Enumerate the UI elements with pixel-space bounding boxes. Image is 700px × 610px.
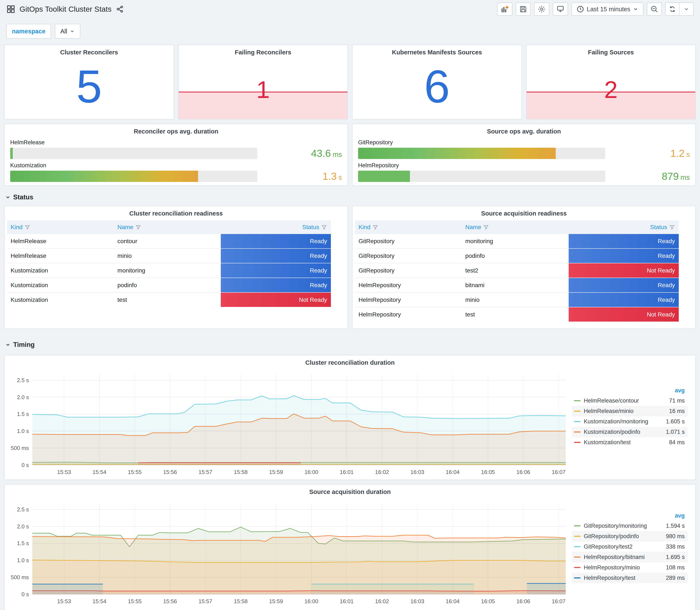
filter-funnel-icon[interactable] — [373, 224, 378, 230]
cell-kind: HelmRepository — [355, 278, 462, 292]
legend-avg-header[interactable]: avg — [572, 387, 688, 396]
time-range-picker[interactable]: Last 15 minutes — [571, 2, 644, 16]
legend-item[interactable]: HelmRelease/minio16 ms — [572, 406, 688, 416]
series-avg-value: 84 ms — [669, 439, 685, 446]
legend-item[interactable]: GitRepository/monitoring1.594 s — [572, 521, 688, 531]
panel-title: Failing Sources — [526, 45, 696, 56]
save-dashboard-button[interactable] — [516, 2, 531, 16]
series-avg-value: 108 ms — [666, 564, 685, 571]
svg-text:500 ms: 500 ms — [11, 445, 29, 451]
stat-panel-2: Kubernetes Manifests Sources6 — [352, 45, 522, 119]
legend-item[interactable]: GitRepository/test2338 ms — [572, 542, 688, 552]
series-avg-value: 16 ms — [669, 408, 685, 415]
filter-funnel-icon[interactable] — [135, 224, 141, 230]
svg-text:16:04: 16:04 — [446, 598, 460, 605]
svg-text:1.0 s: 1.0 s — [17, 428, 29, 434]
series-color-dash — [574, 421, 581, 422]
legend-item[interactable]: HelmRepository/minio108 ms — [572, 562, 688, 573]
section-header-timing[interactable]: Timing — [5, 339, 695, 351]
add-panel-button[interactable] — [497, 2, 512, 16]
cell-name: test — [114, 293, 221, 307]
refresh-interval-dropdown[interactable] — [679, 3, 693, 15]
column-header-kind[interactable]: Kind — [7, 220, 114, 234]
table-body: GitRepositorymonitoringReadyGitRepositor… — [355, 234, 679, 322]
gauge-value-number: 879 — [662, 171, 679, 182]
legend-item[interactable]: HelmRelease/contour71 ms — [572, 396, 688, 406]
svg-text:15:55: 15:55 — [128, 469, 142, 475]
readiness-tables-row: Cluster reconciliation readinessKindName… — [4, 206, 696, 329]
svg-text:16:03: 16:03 — [410, 469, 424, 475]
legend-item[interactable]: Kustomization/podinfo1.071 s — [572, 427, 688, 437]
series-name: HelmRelease/contour — [584, 398, 665, 404]
panel-title: Cluster reconciliation duration — [5, 355, 695, 366]
column-header-status[interactable]: Status — [569, 220, 679, 234]
svg-text:16:02: 16:02 — [375, 598, 389, 605]
cell-kind: GitRepository — [355, 249, 462, 263]
filter-funnel-icon[interactable] — [25, 224, 30, 230]
legend-item[interactable]: Kustomization/test84 ms — [572, 437, 688, 448]
stat-panel-3: Failing Sources2 — [526, 45, 696, 119]
legend-avg-header[interactable]: avg — [572, 512, 688, 521]
plot-svg: 0 s500 ms1.0 s1.5 s2.0 s2.5 s15:5315:541… — [9, 497, 570, 605]
legend-item[interactable]: GitRepository/podinfo980 ms — [572, 531, 688, 542]
variable-name-namespace[interactable]: namespace — [6, 24, 51, 39]
bar-gauge-panel-1: Source ops avg. durationGitRepository1.2… — [352, 124, 696, 186]
zoom-out-time-button[interactable] — [647, 2, 662, 16]
cell-status: Ready — [569, 293, 679, 307]
svg-text:16:01: 16:01 — [340, 598, 354, 605]
column-header-name[interactable]: Name — [462, 220, 569, 234]
gauge-value: 879ms — [662, 171, 690, 182]
column-header-label: Status — [303, 224, 319, 230]
svg-text:16:00: 16:00 — [305, 469, 318, 475]
panel-title: Source acquisition duration — [5, 485, 695, 495]
table-panel-0: Cluster reconciliation readinessKindName… — [4, 206, 348, 329]
panel-title: Kubernetes Manifests Sources — [353, 45, 521, 56]
apps-grid-icon[interactable] — [6, 5, 15, 14]
gauge-label: HelmRelease — [10, 139, 342, 146]
series-name: HelmRelease/minio — [584, 408, 665, 415]
panel-title: Reconciler ops avg. duration — [5, 124, 347, 135]
variable-value-dropdown[interactable]: All — [55, 24, 80, 39]
filter-funnel-icon[interactable] — [669, 224, 675, 230]
legend-item[interactable]: HelmRepository/test289 ms — [572, 573, 688, 583]
panel-title: Source acquisition readiness — [353, 206, 695, 217]
series-color-dash — [574, 546, 581, 547]
svg-text:15:54: 15:54 — [93, 469, 106, 475]
series-avg-value: 1.594 s — [666, 523, 685, 529]
gauge-value: 1.3s — [323, 171, 342, 182]
legend-item[interactable]: HelmRepository/bitnami1.695 s — [572, 552, 688, 562]
bar-gauge-row: Reconciler ops avg. durationHelmRelease4… — [4, 124, 696, 186]
series-name: Kustomization/monitoring — [584, 418, 662, 425]
bar-gauge-panel-0: Reconciler ops avg. durationHelmRelease4… — [4, 124, 348, 186]
share-icon[interactable] — [116, 5, 124, 13]
column-header-kind[interactable]: Kind — [355, 220, 462, 234]
filter-funnel-icon[interactable] — [321, 224, 327, 230]
cell-name: monitoring — [114, 263, 221, 277]
gauge-value-unit: s — [686, 150, 690, 159]
cell-name: contour — [114, 234, 221, 248]
cycle-view-mode-button[interactable] — [553, 2, 568, 16]
panel-source-acquisition-duration: Source acquisition duration 0 s500 ms1.0… — [4, 484, 696, 610]
timeseries-chart[interactable]: 0 s500 ms1.0 s1.5 s2.0 s2.5 s15:5315:541… — [9, 368, 570, 477]
filter-funnel-icon[interactable] — [483, 224, 489, 230]
timeseries-chart[interactable]: 0 s500 ms1.0 s1.5 s2.0 s2.5 s15:5315:541… — [9, 497, 570, 606]
legend-rows: HelmRelease/contour71 msHelmRelease/mini… — [572, 396, 688, 448]
cell-kind: HelmRepository — [355, 307, 462, 322]
column-header-status[interactable]: Status — [221, 220, 331, 234]
legend-item[interactable]: Kustomization/monitoring1.605 s — [572, 416, 688, 427]
dashboard-page: GitOps Toolkit Cluster Stats — [0, 0, 700, 610]
cell-kind: HelmRelease — [7, 249, 114, 263]
dashboard-settings-button[interactable] — [534, 2, 549, 16]
refresh-button[interactable] — [666, 3, 679, 15]
stat-value: 5 — [5, 60, 174, 113]
column-header-name[interactable]: Name — [114, 220, 221, 234]
cell-kind: GitRepository — [355, 234, 462, 248]
section-title: Status — [13, 193, 33, 201]
gauge-fill — [358, 171, 410, 182]
gauge-track — [358, 148, 605, 159]
svg-text:15:57: 15:57 — [198, 598, 212, 605]
section-header-status[interactable]: Status — [5, 191, 695, 203]
svg-text:16:00: 16:00 — [305, 598, 318, 605]
gauge-body: HelmRelease43.6msKustomization1.3s — [5, 135, 347, 182]
gauge-value-unit: ms — [681, 174, 690, 181]
